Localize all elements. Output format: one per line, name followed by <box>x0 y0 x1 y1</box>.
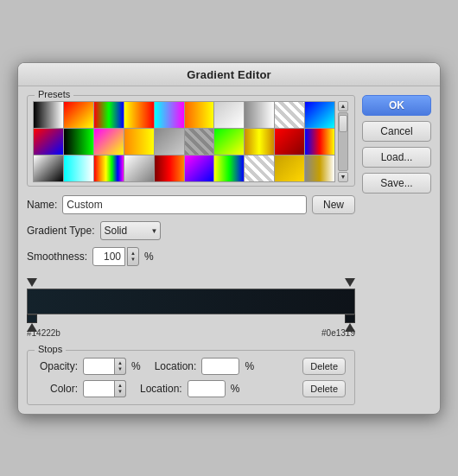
scroll-down-arrow[interactable]: ▼ <box>338 172 348 182</box>
gradient-editor-dialog: Gradient Editor Presets ▲ ▼ <box>17 62 441 415</box>
color-stepper-up: ▲ <box>118 383 123 388</box>
preset-item-9[interactable] <box>275 102 304 128</box>
load-button[interactable]: Load... <box>362 147 431 168</box>
preset-item-21[interactable] <box>34 155 63 181</box>
preset-item-11[interactable] <box>34 129 63 155</box>
right-panel: OK Cancel Load... Save... <box>362 95 431 405</box>
stops-group: Stops Opacity: ▲ ▼ % Location: % <box>27 350 355 405</box>
color-label: Color: <box>36 383 78 395</box>
preset-item-29[interactable] <box>275 155 304 181</box>
presets-content: ▲ ▼ <box>33 101 349 182</box>
color-stepper-down: ▼ <box>118 389 123 394</box>
left-panel: Presets ▲ ▼ Name: <box>27 95 355 405</box>
opacity-stop-right-triangle <box>345 278 355 287</box>
scroll-thumb[interactable] <box>339 115 347 132</box>
preset-item-28[interactable] <box>245 155 274 181</box>
preset-item-17[interactable] <box>214 129 244 155</box>
opacity-stepper-down: ▼ <box>118 366 123 371</box>
gradient-bar-section: #14222b #0e1319 <box>27 276 355 338</box>
gradient-type-select-wrapper: Solid Noise ▼ <box>100 221 161 240</box>
opacity-stop-left-triangle <box>27 278 37 287</box>
preset-item-1[interactable] <box>34 102 63 128</box>
opacity-value-wrapper: ▲ ▼ <box>83 358 126 375</box>
opacity-stepper[interactable]: ▲ ▼ <box>114 358 126 375</box>
preset-item-3[interactable] <box>94 102 124 128</box>
dialog-title: Gradient Editor <box>187 68 271 81</box>
preset-item-13[interactable] <box>94 129 124 155</box>
opacity-location-label: Location: <box>155 360 197 372</box>
preset-item-24[interactable] <box>124 155 154 181</box>
save-button[interactable]: Save... <box>362 173 431 194</box>
gradient-top-stops <box>27 276 355 289</box>
preset-item-25[interactable] <box>155 155 184 181</box>
color-labels: #14222b #0e1319 <box>27 328 355 338</box>
preset-item-18[interactable] <box>245 129 274 155</box>
smoothness-input[interactable] <box>92 247 125 266</box>
smoothness-row: Smoothness: ▲ ▼ % <box>27 247 355 266</box>
opacity-location-unit: % <box>245 360 254 372</box>
new-button[interactable]: New <box>312 195 355 214</box>
opacity-delete-button[interactable]: Delete <box>302 358 346 375</box>
preset-item-12[interactable] <box>64 129 93 155</box>
opacity-row: Opacity: ▲ ▼ % Location: % Delete <box>36 358 346 375</box>
name-row: Name: New <box>27 195 355 214</box>
presets-label: Presets <box>35 89 73 99</box>
preset-item-2[interactable] <box>64 102 93 128</box>
color-stop-left-triangle <box>27 323 37 332</box>
smoothness-stepper[interactable]: ▲ ▼ <box>127 247 139 266</box>
color-stepper[interactable]: ▲ ▼ <box>114 380 126 397</box>
color-location-label: Location: <box>140 383 182 395</box>
gradient-type-row: Gradient Type: Solid Noise ▼ <box>27 221 355 240</box>
cancel-button[interactable]: Cancel <box>362 121 431 142</box>
preset-item-30[interactable] <box>305 155 334 181</box>
gradient-bar[interactable] <box>28 289 354 314</box>
presets-scrollbar: ▲ ▼ <box>337 101 349 182</box>
preset-item-15[interactable] <box>155 129 184 155</box>
preset-item-27[interactable] <box>214 155 244 181</box>
preset-item-14[interactable] <box>124 129 154 155</box>
smoothness-unit: % <box>144 251 154 263</box>
preset-item-23[interactable] <box>94 155 124 181</box>
preset-item-8[interactable] <box>245 102 274 128</box>
color-row: Color: ▲ ▼ Location: % Delete <box>36 380 346 397</box>
color-location-unit: % <box>231 383 240 395</box>
gradient-bottom-stops <box>27 314 355 327</box>
presets-group: Presets ▲ ▼ <box>27 95 355 187</box>
opacity-unit: % <box>131 360 141 372</box>
smoothness-input-wrapper: ▲ ▼ <box>92 247 139 266</box>
stops-group-label: Stops <box>35 344 66 354</box>
opacity-stop-right[interactable] <box>345 278 355 289</box>
stepper-up-icon: ▲ <box>130 251 136 256</box>
ok-button[interactable]: OK <box>362 95 431 116</box>
opacity-stepper-up: ▲ <box>118 360 123 365</box>
scroll-up-arrow[interactable]: ▲ <box>338 101 348 111</box>
gradient-type-select[interactable]: Solid Noise <box>100 221 161 240</box>
color-stop-right[interactable] <box>345 314 355 332</box>
title-bar: Gradient Editor <box>18 63 440 86</box>
name-input[interactable] <box>62 195 307 214</box>
color-value-wrapper: ▲ ▼ <box>83 380 126 397</box>
scroll-track <box>338 112 348 171</box>
preset-item-19[interactable] <box>275 129 304 155</box>
opacity-location-input[interactable] <box>201 358 239 375</box>
name-label: Name: <box>27 199 57 211</box>
preset-item-16[interactable] <box>185 129 214 155</box>
preset-item-10[interactable] <box>305 102 334 128</box>
preset-item-7[interactable] <box>214 102 244 128</box>
preset-item-6[interactable] <box>185 102 214 128</box>
preset-item-5[interactable] <box>155 102 184 128</box>
color-location-input[interactable] <box>188 380 226 397</box>
stepper-down-icon: ▼ <box>130 257 136 262</box>
color-stop-right-triangle <box>345 323 355 332</box>
presets-grid <box>33 101 335 182</box>
gradient-type-label: Gradient Type: <box>27 225 95 237</box>
color-delete-button[interactable]: Delete <box>302 380 346 397</box>
opacity-stop-left[interactable] <box>27 278 37 289</box>
preset-item-4[interactable] <box>124 102 154 128</box>
preset-item-22[interactable] <box>64 155 93 181</box>
smoothness-label: Smoothness: <box>27 251 87 263</box>
preset-item-20[interactable] <box>305 129 334 155</box>
color-stop-left-box <box>27 314 37 323</box>
preset-item-26[interactable] <box>185 155 214 181</box>
color-stop-left[interactable] <box>27 314 37 332</box>
